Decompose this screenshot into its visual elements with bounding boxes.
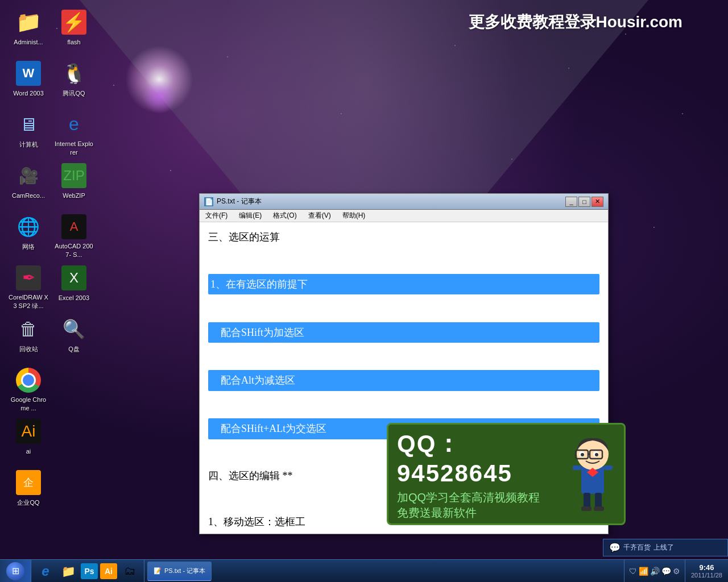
taskbar-clock[interactable]: 9:46 2011/11/28 bbox=[685, 560, 728, 583]
icon-recycle[interactable]: 🗑 回收站 bbox=[6, 313, 51, 364]
menu-format[interactable]: 格式(O) bbox=[267, 210, 302, 222]
taskbar-tray: 🛡 📶 🔊 💬 ⚙ bbox=[624, 560, 685, 583]
qq-number: QQ：94528645 bbox=[397, 428, 564, 487]
taskbar-pinned-icons: e 📁 Ps Ai 🗂 bbox=[31, 560, 144, 583]
taskbar-photoshop-icon[interactable]: Ps bbox=[81, 563, 98, 579]
lens-flare-2 bbox=[142, 80, 176, 114]
svg-rect-14 bbox=[573, 465, 581, 470]
icon-camrec[interactable]: 🎥 CamReco... bbox=[6, 159, 51, 210]
notepad-menubar: 文件(F) 编辑(E) 格式(O) 查看(V) 帮助(H) bbox=[200, 210, 608, 222]
icon-tencent-qq[interactable]: 🐧 腾讯QQ bbox=[51, 57, 97, 108]
taskbar-apps: 📝 PS.txt - 记事本 bbox=[144, 560, 624, 583]
notepad-title: PS.txt - 记事本 bbox=[217, 197, 565, 206]
tray-antivirus-icon[interactable]: 🛡 bbox=[629, 567, 637, 576]
icon-autocad[interactable]: A AutoCAD 2007- S... bbox=[51, 210, 97, 261]
icon-word2003[interactable]: W Word 2003 bbox=[6, 57, 51, 108]
watermark: 更多收费教程登录Housir.com bbox=[469, 11, 682, 33]
minimize-button[interactable]: _ bbox=[565, 197, 577, 207]
content-line-4: 配合Alt为减选区 bbox=[208, 370, 599, 390]
desktop: 更多收费教程登录Housir.com 📁 Administ... W Word … bbox=[0, 0, 728, 582]
notepad-icon: 📄 bbox=[204, 197, 213, 206]
menu-file[interactable]: 文件(F) bbox=[200, 210, 233, 222]
qq-ad-text2: 免费送最新软件 bbox=[397, 505, 564, 521]
content-line-3: 配合SHift为加选区 bbox=[208, 322, 599, 343]
close-button[interactable]: ✕ bbox=[592, 197, 603, 207]
menu-view[interactable]: 查看(V) bbox=[303, 210, 337, 222]
icon-webzip[interactable]: ZIP WebZIP bbox=[51, 159, 97, 210]
taskbar-explorer-icon[interactable]: 📁 bbox=[58, 561, 78, 581]
qq-advertisement: QQ：94528645 加QQ学习全套高清视频教程 免费送最新软件 bbox=[387, 423, 626, 525]
clock-date: 2011/11/28 bbox=[691, 572, 722, 579]
icon-enterprise-qq[interactable]: 企 企业QQ bbox=[6, 466, 51, 517]
menu-edit[interactable]: 编辑(E) bbox=[233, 210, 267, 222]
notepad-titlebar[interactable]: 📄 PS.txt - 记事本 _ □ ✕ bbox=[200, 194, 608, 210]
start-orb: ⊞ bbox=[6, 562, 24, 580]
menu-help[interactable]: 帮助(H) bbox=[337, 210, 371, 222]
icon-ai[interactable]: Ai ai bbox=[6, 415, 51, 466]
mascot bbox=[570, 431, 615, 517]
content-line-blank1 bbox=[208, 251, 599, 269]
svg-rect-15 bbox=[604, 465, 613, 470]
taskbar-notepad-btn[interactable]: 📝 PS.txt - 记事本 bbox=[147, 562, 212, 581]
start-button[interactable]: ⊞ bbox=[0, 560, 31, 583]
content-line-blank4 bbox=[208, 396, 599, 414]
taskbar-illustrator-icon[interactable]: Ai bbox=[100, 563, 117, 579]
tray-sound-icon[interactable]: 🔊 bbox=[650, 567, 660, 576]
bottom-notification: 💬 千齐百货 上线了 bbox=[603, 539, 728, 556]
taskbar: ⊞ e 📁 Ps Ai 🗂 📝 PS.txt - 记事本 🛡 📶 🔊 💬 ⚙ 9… bbox=[0, 559, 728, 582]
icon-excel[interactable]: X Excel 2003 bbox=[51, 261, 97, 313]
maximize-button[interactable]: □ bbox=[578, 197, 590, 207]
svg-rect-12 bbox=[581, 506, 592, 511]
tray-network-icon[interactable]: 📶 bbox=[639, 567, 648, 576]
icon-ie[interactable]: e Internet Explorer bbox=[51, 108, 97, 159]
tray-settings-icon[interactable]: ⚙ bbox=[673, 567, 680, 576]
qq-ad-content: QQ：94528645 加QQ学习全套高清视频教程 免费送最新软件 bbox=[397, 428, 564, 521]
content-line-blank2 bbox=[208, 299, 599, 317]
notepad-controls: _ □ ✕ bbox=[565, 197, 603, 207]
qq-ad-text1: 加QQ学习全套高清视频教程 bbox=[397, 490, 564, 505]
icon-computer[interactable]: 🖥 计算机 bbox=[6, 108, 51, 159]
content-line-2: 1、在有选区的前提下 bbox=[208, 274, 599, 294]
icon-network[interactable]: 🌐 网络 bbox=[6, 210, 51, 261]
icon-flash[interactable]: ⚡ flash bbox=[51, 6, 97, 57]
tray-chat-icon[interactable]: 💬 bbox=[661, 567, 671, 576]
clock-time: 9:46 bbox=[699, 563, 714, 572]
icon-administrator[interactable]: 📁 Administ... bbox=[6, 6, 51, 57]
icon-coreldraw[interactable]: ✒ CorelDRAW X3 SP2 绿... bbox=[6, 261, 51, 313]
svg-point-7 bbox=[581, 453, 584, 456]
lens-flare bbox=[125, 45, 193, 114]
content-line-1: 三、选区的运算 bbox=[208, 228, 599, 246]
svg-rect-13 bbox=[594, 506, 604, 511]
content-line-blank3 bbox=[208, 347, 599, 365]
desktop-icons: 📁 Administ... W Word 2003 🖥 计算机 🎥 CamRec… bbox=[6, 6, 97, 534]
svg-point-8 bbox=[595, 453, 598, 456]
icon-qpan[interactable]: 🔍 Q盘 bbox=[51, 313, 97, 364]
icon-chrome[interactable]: Google Chrome ... bbox=[6, 364, 51, 415]
taskbar-ie-icon[interactable]: e bbox=[35, 561, 56, 581]
taskbar-folder-icon[interactable]: 🗂 bbox=[119, 561, 140, 581]
